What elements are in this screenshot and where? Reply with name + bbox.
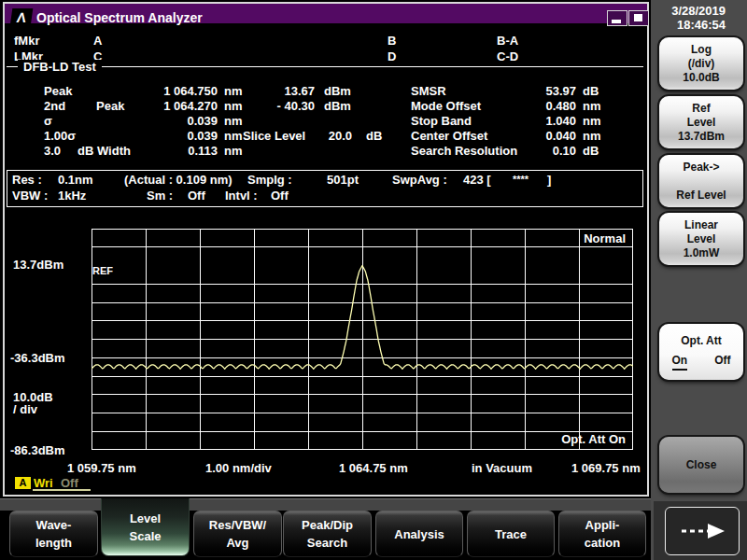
anritsu-logo-icon: Λ xyxy=(10,8,34,26)
time: 18:46:54 xyxy=(651,18,726,32)
mode-offset-label: Mode Offset xyxy=(411,99,481,113)
marker-b-a: B-A xyxy=(497,34,518,48)
one-sigma-label: 1.00σ xyxy=(44,129,76,143)
opt-att-off-option[interactable]: Off xyxy=(714,354,730,371)
softkey-close[interactable]: Close xyxy=(659,437,743,493)
center-offset-unit: nm xyxy=(583,129,601,143)
menu-res-vbw-avg[interactable]: Res/VBW/Avg xyxy=(193,511,282,557)
sigma-label: σ xyxy=(44,114,52,128)
y-axis-ref-label: 13.7dBm xyxy=(13,258,63,272)
smsr-unit: dB xyxy=(583,84,599,98)
sm-label: Sm : xyxy=(147,189,173,203)
y-axis-scale-label2: / div xyxy=(13,402,37,416)
x-axis-start-label: 1 059.75 nm xyxy=(67,461,136,475)
y-axis-mid-label: -36.3dBm xyxy=(10,351,65,365)
minimize-button[interactable] xyxy=(607,10,627,26)
x-axis-medium-label: in Vacuum xyxy=(472,461,532,475)
db-width-label2: dB Width xyxy=(78,144,131,158)
second-peak-level-unit: dBm xyxy=(324,99,351,113)
smplg-label: Smplg : xyxy=(247,173,292,187)
mode-offset-value: 0.480 xyxy=(515,99,576,113)
marker-a: A xyxy=(93,34,102,48)
slice-level-label: Slice Level xyxy=(243,129,305,143)
maximize-button[interactable] xyxy=(628,10,649,26)
softkey-opt-att-toggle[interactable]: Opt. Att On Off xyxy=(659,324,743,380)
clock: 3/28/2019 18:46:54 xyxy=(651,4,726,32)
smsr-label: SMSR xyxy=(411,84,446,98)
osa-screen: { "titlebar": { "title": "Optical Spectr… xyxy=(0,0,747,560)
sigma-value: 0.039 xyxy=(131,114,218,128)
fmkr-label: fMkr xyxy=(14,34,39,48)
second-peak-level: - 40.30 xyxy=(254,99,315,113)
x-axis-div-label: 1.00 nm/div xyxy=(205,461,272,475)
search-resolution-label: Search Resolution xyxy=(411,144,517,158)
intvl-label: Intvl : xyxy=(225,189,258,203)
menu-analysis[interactable]: Analysis xyxy=(375,511,463,557)
date: 3/28/2019 xyxy=(651,4,726,18)
second-peak-wavelength: 1 064.270 xyxy=(131,99,218,113)
opt-att-indicator: Opt. Att On xyxy=(521,432,626,446)
x-axis-end-label: 1 069.75 nm xyxy=(571,461,641,475)
res-actual: (Actual : 0.109 nm) xyxy=(124,173,233,187)
swpavg-bracket: ] xyxy=(547,173,551,187)
search-resolution-value: 0.10 xyxy=(515,144,576,158)
arrow-right-icon xyxy=(676,517,728,545)
menu-application[interactable]: Appli-cation xyxy=(558,511,646,557)
slice-level-unit: dB xyxy=(366,129,382,143)
peak-level-unit: dBm xyxy=(324,84,351,98)
res-label: Res : xyxy=(12,173,42,187)
peak-label: Peak xyxy=(44,84,72,98)
trace-sub-state: Off xyxy=(61,476,78,490)
menu-wavelength[interactable]: Wave-length xyxy=(9,511,98,557)
res-value: 0.1nm xyxy=(58,173,93,187)
db-width-value: 0.113 xyxy=(131,144,218,158)
marker-b: B xyxy=(388,34,396,48)
center-offset-value: 0.040 xyxy=(515,129,576,143)
ref-line-marker: REF xyxy=(92,265,113,277)
peak-wavelength-unit: nm xyxy=(224,84,243,98)
one-sigma-unit: nm xyxy=(224,129,243,143)
maximize-icon xyxy=(634,14,642,21)
menu-next-page-button[interactable] xyxy=(665,507,740,555)
opt-att-on-option[interactable]: On xyxy=(672,354,688,371)
vbw-label: VBW : xyxy=(12,189,48,203)
window-bottom-edge xyxy=(0,498,651,511)
vbw-value: 1kHz xyxy=(58,189,86,203)
slice-level-value: 20.0 xyxy=(308,129,352,143)
window-title: Optical Spectrum Analyzer xyxy=(36,10,203,25)
peak-wavelength: 1 064.750 xyxy=(131,84,218,98)
softkey-linear-level[interactable]: Linear Level 1.0mW xyxy=(659,213,743,265)
menu-level-scale[interactable]: LevelScale xyxy=(101,498,190,556)
section-divider xyxy=(7,66,643,67)
second-peak-wavelength-unit: nm xyxy=(224,99,243,113)
x-axis-center-label: 1 064.75 nm xyxy=(339,461,408,475)
stop-band-unit: nm xyxy=(583,114,601,128)
softkey-peak-to-ref-level[interactable]: Peak-> Ref Level xyxy=(659,155,743,207)
softkey-ref-level[interactable]: Ref Level 13.7dBm xyxy=(659,96,743,148)
second-peak-label: 2nd xyxy=(44,99,65,113)
db-width-unit: nm xyxy=(224,144,243,158)
stop-band-label: Stop Band xyxy=(411,114,472,128)
smsr-value: 53.97 xyxy=(515,84,576,98)
stop-band-value: 1.040 xyxy=(515,114,576,128)
trace-memory-badge: A xyxy=(15,477,31,489)
marker-d: D xyxy=(388,49,396,63)
menu-trace[interactable]: Trace xyxy=(467,511,555,557)
center-offset-label: Center Offset xyxy=(411,129,487,143)
softkey-log-per-div[interactable]: Log (/div) 10.0dB xyxy=(659,37,743,90)
marker-c-d: C-D xyxy=(497,49,518,63)
swpavg-label: SwpAvg : xyxy=(392,173,447,187)
peak-level: 13.67 xyxy=(254,84,315,98)
second-peak-label2: Peak xyxy=(96,99,124,113)
mode-offset-unit: nm xyxy=(583,99,601,113)
window-titlebar: Λ Optical Spectrum Analyzer xyxy=(5,4,647,23)
swpavg-value: 423 [ xyxy=(463,173,491,187)
trace-state-underline xyxy=(33,489,91,491)
y-axis-bottom-label: -86.3dBm xyxy=(10,443,65,457)
sm-value: Off xyxy=(188,189,205,203)
sigma-unit: nm xyxy=(224,114,243,128)
one-sigma-value: 0.039 xyxy=(131,129,218,143)
spectrum-chart xyxy=(92,229,633,450)
smplg-value: 501pt xyxy=(327,173,359,187)
menu-peak-dip-search[interactable]: Peak/DipSearch xyxy=(283,511,372,557)
